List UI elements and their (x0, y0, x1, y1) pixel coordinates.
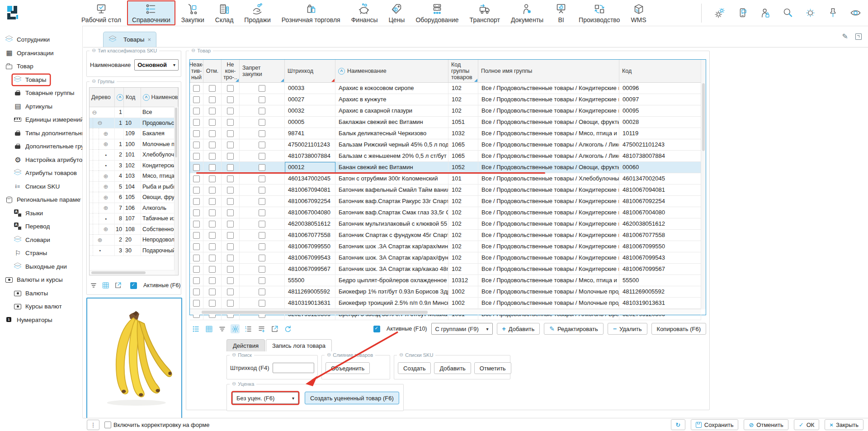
tree-vertical-scrollbar[interactable] (174, 107, 178, 275)
sidebar-item[interactable]: Товарные группы (0, 86, 82, 100)
code-cell[interactable]: 00060 (619, 162, 701, 173)
nav-item[interactable]: Розничная торговля (277, 0, 345, 25)
inactive-cell[interactable] (190, 264, 203, 275)
purchase-ban-checkbox[interactable] (259, 153, 265, 160)
panel-legend[interactable]: Тип классификатора SKU (90, 47, 159, 53)
code-cell[interactable]: 4810067099543 (619, 252, 701, 263)
name-cell[interactable]: Бальзам Рижский черный 45% 0,5 л под.упа… (335, 139, 448, 150)
code-cell[interactable]: 4811269005592 (619, 286, 701, 297)
sidebar-item[interactable]: Выходные дни (0, 260, 82, 274)
uncontrolled-cell[interactable] (222, 151, 240, 161)
barcode-cell[interactable]: 00012 (285, 162, 335, 173)
with-groups-dropdown[interactable]: С группами (F9) ▾ (431, 323, 493, 335)
full-group-cell[interactable]: Все / Продовольственные товары / Мясо, п… (478, 128, 619, 139)
toolbar-filter-icon[interactable] (217, 324, 226, 333)
form-adjustment-checkbox[interactable] (104, 422, 111, 428)
toolbar-listplus-icon[interactable] (257, 324, 266, 333)
panel-legend[interactable]: Уценка (230, 381, 256, 387)
uncontrolled-checkbox[interactable] (227, 119, 234, 126)
full-group-cell[interactable]: Все / Продовольственные товары / Кондите… (478, 252, 619, 263)
purchase-ban-checkbox[interactable] (259, 108, 265, 114)
name-cell[interactable]: Арахис в кунжуте (335, 94, 448, 105)
uncontrolled-cell[interactable] (222, 207, 240, 218)
column-header[interactable]: Неак- тив- ный (190, 60, 203, 82)
purchase-ban-cell[interactable] (240, 230, 285, 241)
purchase-ban-cell[interactable] (240, 252, 285, 263)
inactive-cell[interactable] (190, 207, 203, 218)
full-group-cell[interactable]: Все / Продовольственные товары / Мясо, п… (478, 275, 619, 286)
uncontrolled-checkbox[interactable] (227, 221, 234, 227)
marked-cell[interactable] (203, 252, 222, 263)
name-cell[interactable]: Балык деликатесный Черкизово (335, 128, 448, 139)
barcode-cell[interactable]: 00032 (285, 105, 335, 116)
tree-row[interactable]: 10 108 Собственное прои (90, 224, 178, 235)
uncontrolled-cell[interactable] (222, 196, 240, 207)
sku-add-button[interactable]: Добавить (434, 362, 471, 374)
name-cell[interactable]: Арахис в сахарной глазури (335, 105, 448, 116)
tree-expander-icon[interactable] (97, 237, 103, 243)
inactive-cell[interactable] (190, 230, 203, 241)
purchase-ban-checkbox[interactable] (259, 266, 265, 273)
inactive-checkbox[interactable] (193, 96, 200, 103)
inactive-checkbox[interactable] (193, 130, 200, 137)
sidebar-item[interactable]: Дополнительные группы (0, 140, 82, 153)
full-group-cell[interactable]: Все / Продовольственные товары / Кондите… (478, 185, 619, 195)
product-row[interactable]: 4810067094081 Батончик вафельный Смайл Т… (190, 185, 701, 196)
inactive-checkbox[interactable] (193, 164, 200, 171)
inactive-cell[interactable] (190, 151, 203, 161)
inactive-checkbox[interactable] (193, 85, 200, 92)
full-group-cell[interactable]: Все / Продовольственные товары / Кондите… (478, 264, 619, 275)
purchase-ban-cell[interactable] (240, 94, 285, 105)
delete-button[interactable]: −Удалить (608, 323, 647, 335)
product-row[interactable]: 00012 Банан свежий вес Витамин 1052 Все … (190, 162, 701, 173)
name-cell[interactable]: Батончик ваф.Спартак Ракурс 33г Спартак (335, 196, 448, 207)
barcode-cell[interactable]: 4750021101243 (285, 139, 335, 150)
sku-create-button[interactable]: Создать (398, 362, 431, 374)
marked-cell[interactable] (203, 162, 222, 173)
inactive-cell[interactable] (190, 275, 203, 286)
barcode-cell[interactable]: 4810067094081 (285, 185, 335, 195)
markdown-dropdown[interactable]: Без уцен. (F6) ▾ (232, 392, 298, 404)
tab-products[interactable]: Товары × (103, 32, 156, 47)
close-button[interactable]: ×Закрыть (825, 419, 863, 430)
name-cell[interactable]: Батончик шок. ЗА Спартак кар/арах/фун. 5… (335, 252, 448, 263)
marked-cell[interactable] (203, 139, 222, 150)
inactive-checkbox[interactable] (193, 221, 200, 227)
nav-item[interactable]: Цены (383, 0, 410, 25)
marked-checkbox[interactable] (209, 175, 216, 182)
marked-cell[interactable] (203, 83, 222, 94)
sidebar-item[interactable]: Товары (0, 73, 82, 87)
tree-expander-icon[interactable] (103, 194, 109, 201)
tree-row[interactable]: 5 104 Рыба и рыбная гас (90, 182, 178, 193)
barcode-cell[interactable]: 4810067077558 (285, 230, 335, 241)
tab-actions[interactable]: Действия (226, 339, 265, 351)
code-cell[interactable]: 4750021101243 (619, 139, 701, 150)
product-row[interactable]: 4601347002045 Батон с отрубями 300г Коло… (190, 173, 701, 185)
sidebar-item[interactable]: Атрибуты товаров (0, 166, 82, 180)
tree-expander-icon[interactable] (103, 173, 109, 180)
marked-checkbox[interactable] (209, 243, 216, 250)
column-header-code[interactable]: Код (124, 88, 141, 107)
uncontrolled-checkbox[interactable] (227, 96, 234, 103)
tab-product-log[interactable]: Запись лога товара (266, 339, 332, 351)
code-cell[interactable]: 4810067094081 (619, 185, 701, 195)
marked-cell[interactable] (203, 218, 222, 229)
uncontrolled-checkbox[interactable] (227, 164, 234, 171)
code-cell[interactable]: 00097 (619, 94, 701, 105)
full-group-cell[interactable]: Все / Продовольственные товары / Овощи, … (478, 162, 619, 173)
inactive-cell[interactable] (190, 117, 203, 128)
purchase-ban-cell[interactable] (240, 128, 285, 139)
barcode-cell[interactable]: 98741 (285, 128, 335, 139)
panel-legend[interactable]: Группы (90, 78, 117, 84)
product-row[interactable]: 55500 Бедро цыплят-бройлеров охлажденное… (190, 275, 701, 286)
nav-item[interactable]: Финансы (346, 0, 383, 25)
marked-checkbox[interactable] (209, 153, 216, 160)
userlock-icon[interactable] (759, 7, 771, 19)
tree-row[interactable]: 3 30 Подарочный серти (90, 246, 178, 256)
sidebar-item[interactable]: Настройка атрибутов (0, 153, 82, 167)
group-code-cell[interactable]: 1052 (448, 162, 478, 173)
marked-cell[interactable] (203, 185, 222, 195)
column-header[interactable]: Не кон- тро-.. (222, 60, 240, 82)
group-code-cell[interactable]: 102 (448, 241, 478, 252)
marked-cell[interactable] (203, 173, 222, 184)
